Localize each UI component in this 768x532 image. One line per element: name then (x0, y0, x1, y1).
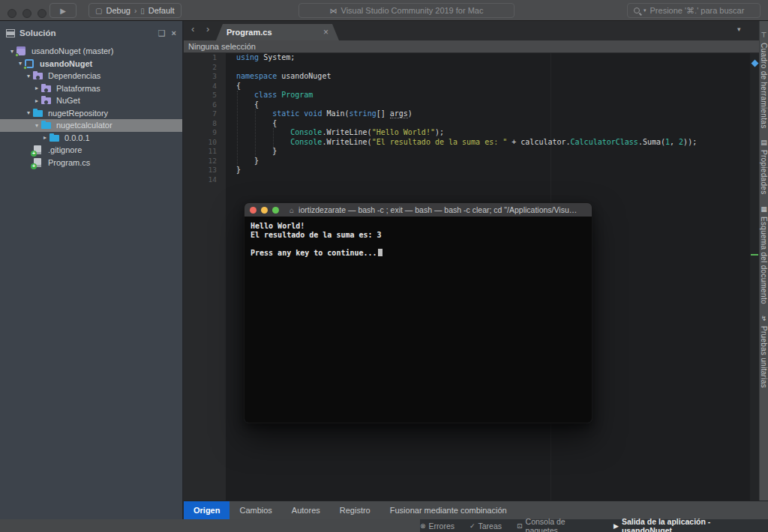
tree-item-nugetrepository[interactable]: ▾nugetRepository (0, 107, 182, 120)
vc-tab-autores[interactable]: Autores (282, 501, 330, 519)
close-panel-icon[interactable]: × (172, 28, 176, 37)
tree-item-nugetcalculator[interactable]: ▾nugetcalculator (0, 119, 182, 132)
terminal-window[interactable]: ⌂ iortizdezarate — bash -c ; exit — bash… (244, 202, 592, 423)
git-added-icon: + (31, 163, 37, 169)
line-number: 9 (184, 128, 226, 138)
terminal-line: Hello World! (250, 222, 586, 231)
tab-overflow-icon[interactable]: ▾ (737, 25, 741, 33)
expander-icon[interactable]: ▾ (24, 109, 33, 116)
run-button[interactable]: ▶ (50, 3, 76, 18)
tree-item-nuget[interactable]: ▸NuGet (0, 94, 182, 107)
tree-item-usandonuget[interactable]: ▾usandoNuget (0, 58, 182, 70)
solution-icon (16, 46, 27, 55)
code-lines: using System;namespace usandoNuget{ clas… (236, 53, 697, 184)
build-configuration-selector[interactable]: ▢ Debug › ▯ Default (88, 3, 182, 18)
status-bar: ⊗Errores✓Tareas⊡Consola de paquetes▶Sali… (0, 519, 768, 532)
editor-scrollbar[interactable] (750, 53, 759, 501)
terminal-zoom-icon[interactable] (272, 207, 279, 214)
vc-tab-registro[interactable]: Registro (330, 501, 380, 519)
vc-tab-cambios[interactable]: Cambios (230, 501, 281, 519)
terminal-output[interactable]: Hello World!El resultado de la suma es: … (244, 217, 592, 423)
line-number: 1 (184, 53, 226, 63)
line-number: 2 (184, 63, 226, 73)
zoom-window-icon[interactable] (38, 9, 46, 18)
dock-tab-esquema[interactable]: ▦Esquema del documento (760, 205, 768, 304)
tree-item-label: Plataformas (56, 84, 100, 93)
pad-button-tareas[interactable]: ✓Tareas (470, 522, 502, 531)
terminal-titlebar[interactable]: ⌂ iortizdezarate — bash -c ; exit — bash… (244, 203, 592, 217)
pad-button-label: Salida de la aplicación - usandoNuget (622, 517, 760, 532)
play-icon: ▶ (60, 7, 66, 15)
code-token: System; (259, 53, 295, 61)
code-line: static void Main(string[] args) (236, 109, 697, 119)
tree-item-0-0-0-1[interactable]: ▸0.0.0.1 (0, 132, 182, 145)
code-token: { (236, 82, 241, 90)
tree-item-program-cs[interactable]: +Program.cs (0, 157, 182, 169)
expander-icon[interactable]: ▸ (32, 97, 41, 104)
code-line: class Program (236, 91, 697, 100)
tree-item-label: .gitignore (48, 145, 82, 154)
breadcrumb[interactable]: Ninguna selección (184, 40, 759, 53)
pad-button-consola[interactable]: ⊡Consola de paquetes (517, 517, 598, 532)
pad-button-errores[interactable]: ⊗Errores (420, 522, 454, 531)
code-token: "Hello World!" (372, 128, 435, 136)
terminal-title: iortizdezarate — bash -c ; exit — bash —… (298, 205, 577, 214)
dock-tab-label: Esquema del documento (760, 217, 768, 304)
tree-item-label: 0.0.0.1 (64, 133, 90, 142)
pad-button-label: Consola de paquetes (526, 517, 598, 532)
file-icon: + (33, 145, 44, 154)
pruebas-icon: ↯ (761, 315, 767, 324)
terminal-line: Press any key to continue... (250, 249, 586, 258)
vc-tab-fusionar[interactable]: Fusionar mediante combinación (380, 501, 517, 519)
tab-program-cs[interactable]: Program.cs × (216, 24, 339, 40)
dock-tab-propiedades[interactable]: ▤Propiedades (760, 139, 768, 194)
dock-tab-pruebas[interactable]: ↯Pruebas unitarias (760, 315, 768, 388)
expander-icon[interactable]: ▾ (24, 73, 33, 79)
tree-item-label: nugetcalculator (56, 121, 112, 130)
terminal-cursor (378, 249, 382, 256)
tree-item--gitignore[interactable]: +.gitignore (0, 144, 182, 157)
folder-purple-icon (41, 84, 52, 93)
line-number: 4 (184, 82, 226, 91)
expander-icon[interactable]: ▸ (40, 134, 50, 141)
terminal-line: El resultado de la suma es: 3 (250, 231, 586, 240)
line-number: 5 (184, 91, 226, 100)
breadcrumb-text: Ninguna selección (188, 42, 256, 51)
terminal-minimize-icon[interactable] (261, 207, 268, 214)
vc-tab-origen[interactable]: Origen (184, 501, 230, 519)
dock-tab-cuadro[interactable]: ⊤Cuadro de herramientas (760, 31, 768, 128)
tareas-icon: ✓ (470, 522, 476, 530)
code-token: Program (281, 91, 313, 99)
dock-panel-icon[interactable]: ❑ (158, 28, 166, 38)
cuadro-icon: ⊤ (761, 31, 767, 40)
terminal-close-icon[interactable] (250, 207, 256, 214)
line-number: 14 (184, 175, 226, 185)
solution-panel-title: Solución (20, 28, 56, 37)
global-search-input[interactable]: ▾ Presione '⌘.' para buscar (627, 3, 760, 18)
search-icon (634, 7, 640, 13)
window-traffic-lights[interactable] (8, 6, 52, 19)
close-window-icon[interactable] (8, 9, 16, 18)
navigate-forward-icon[interactable]: › (206, 23, 209, 34)
code-line: Console.WriteLine("Hello World!"); (236, 128, 697, 138)
code-token: ); (435, 128, 444, 136)
code-token: args (390, 109, 408, 118)
pad-button-salida[interactable]: ▶Salida de la aplicación - usandoNuget (614, 517, 760, 532)
search-dropdown-icon[interactable]: ▾ (644, 7, 646, 13)
app-titlebar: ▶ ▢ Debug › ▯ Default ⋈ Visual Studio Co… (0, 0, 768, 21)
tree-item-label: Dependencias (48, 71, 100, 80)
expander-icon[interactable]: ▾ (32, 122, 41, 129)
tree-item-label: Program.cs (48, 158, 90, 167)
code-line: { (236, 119, 697, 129)
dock-tab-label: Propiedades (760, 150, 768, 194)
expander-icon[interactable]: ▸ (32, 85, 41, 91)
editor-tabstrip: ‹ › Program.cs × ▾ (184, 21, 759, 40)
tree-item-dependencias[interactable]: ▾Dependencias (0, 70, 182, 82)
navigate-back-icon[interactable]: ‹ (191, 23, 194, 34)
tree-item-plataformas[interactable]: ▸Plataformas (0, 82, 182, 95)
close-tab-icon[interactable]: × (323, 27, 328, 37)
code-token (236, 91, 254, 99)
tree-item-usandonuget-master-[interactable]: ▾usandoNuget (master) (0, 45, 182, 58)
minimize-window-icon[interactable] (22, 9, 32, 18)
right-dock-strip: ⊤Cuadro de herramientas▤Propiedades▦Esqu… (759, 21, 768, 519)
